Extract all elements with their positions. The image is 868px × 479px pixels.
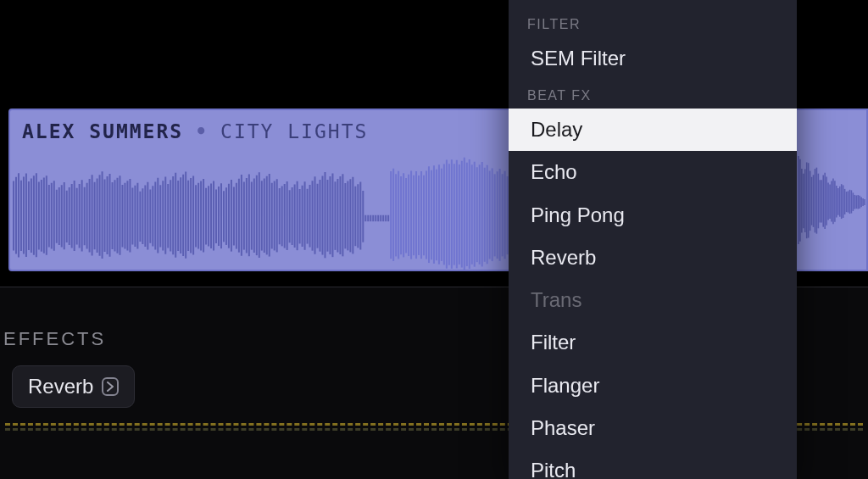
chevron-right-icon: [102, 377, 119, 396]
track-artist: ALEX SUMMERS: [22, 120, 183, 142]
menu-item-delay[interactable]: Delay: [509, 109, 797, 151]
menu-item-ping-pong[interactable]: Ping Pong: [509, 194, 797, 237]
menu-item-trans: Trans: [509, 279, 797, 321]
menu-item-flanger[interactable]: Flanger: [509, 365, 797, 407]
menu-item-phaser[interactable]: Phaser: [509, 407, 797, 449]
menu-item-sem-filter[interactable]: SEM Filter: [509, 37, 797, 80]
effects-dropdown[interactable]: FILTERSEM FilterBEAT FXDelayEchoPing Pon…: [509, 0, 797, 479]
track-title: CITY LIGHTS: [220, 120, 368, 142]
menu-section-header: BEAT FX: [509, 80, 797, 109]
waveform: [797, 110, 866, 269]
menu-section-header: FILTER: [509, 0, 797, 37]
menu-item-pitch[interactable]: Pitch: [509, 449, 797, 479]
track-separator: •: [195, 120, 209, 142]
effects-section-label: EFFECTS: [3, 328, 106, 350]
menu-item-reverb[interactable]: Reverb: [509, 237, 797, 279]
audio-track-continuation[interactable]: [797, 109, 868, 271]
menu-item-echo[interactable]: Echo: [509, 151, 797, 193]
effect-reverb-chip[interactable]: Reverb: [12, 365, 135, 408]
effect-chip-label: Reverb: [28, 375, 93, 398]
menu-item-filter[interactable]: Filter: [509, 321, 797, 364]
track-header: ALEX SUMMERS • CITY LIGHTS: [22, 120, 368, 142]
